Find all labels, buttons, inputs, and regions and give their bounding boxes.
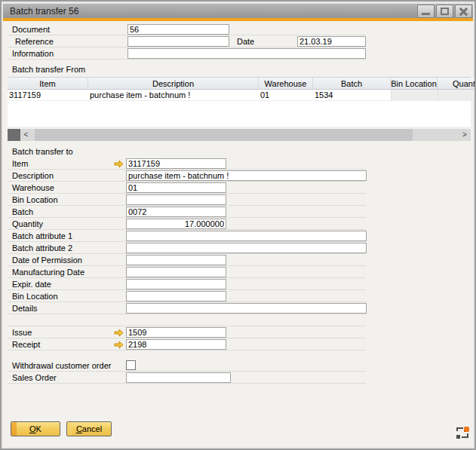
batch-from-table: Item Description Warehouse Batch Bin Loc…: [8, 77, 471, 127]
spacer-row: [8, 315, 366, 326]
ok-button[interactable]: OK: [11, 421, 60, 436]
description-field[interactable]: [126, 170, 367, 181]
bin-location-2-label: Bin Location: [12, 292, 58, 301]
cancel-button-label: Cancel: [76, 424, 102, 433]
content: Document Reference Date Information Batc…: [3, 21, 473, 447]
date-of-permission-row: Date of Permission: [8, 255, 366, 266]
cancel-button-stripe: [67, 422, 72, 436]
scroll-left-button[interactable]: <: [20, 129, 32, 141]
document-label: Document: [12, 25, 50, 34]
item-label: Item: [12, 159, 28, 168]
from-section-title: Batch transfer From: [12, 65, 85, 74]
col-header-item: Item: [8, 78, 88, 90]
quantity-row: Quantity: [8, 219, 366, 230]
col-header-warehouse: Warehouse: [259, 78, 313, 90]
cell-batch[interactable]: 1534: [313, 90, 391, 101]
withdrawal-label: Withdrawal customer order: [12, 361, 111, 370]
bin-location-row: Bin Location: [8, 194, 366, 206]
titlebar[interactable]: Batch transfer 56: [3, 4, 473, 18]
batch-attribute-1-field[interactable]: [126, 231, 367, 241]
maximize-button[interactable]: [436, 5, 453, 18]
scrollbar-corner: [8, 129, 20, 141]
window-title: Batch transfer 56: [10, 6, 78, 17]
close-button[interactable]: [455, 5, 472, 18]
date-label: Date: [237, 37, 254, 46]
warehouse-field[interactable]: [126, 182, 226, 193]
scroll-right-button[interactable]: >: [459, 129, 471, 141]
cancel-button[interactable]: Cancel: [66, 421, 112, 436]
horizontal-scrollbar: < >: [8, 129, 471, 141]
receipt-field[interactable]: [126, 339, 226, 350]
minimize-icon: [422, 13, 430, 15]
date-of-permission-label: Date of Permission: [12, 256, 82, 265]
cell-item[interactable]: 3117159: [8, 90, 88, 101]
receipt-row: Receipt: [8, 339, 366, 351]
batch-attribute-2-field[interactable]: [126, 243, 367, 253]
date-of-permission-field[interactable]: [126, 255, 226, 265]
batch-attribute-1-row: Batch attribute 1: [8, 231, 366, 242]
item-field[interactable]: [126, 158, 226, 169]
manufacturing-date-field[interactable]: [126, 267, 226, 277]
withdrawal-row: Withdrawal customer order: [8, 360, 366, 372]
manufacturing-date-row: Manufacturing Date: [8, 267, 366, 278]
batch-label: Batch: [12, 207, 33, 216]
col-header-quantity: Quantity: [438, 78, 476, 90]
minimize-button[interactable]: [417, 5, 435, 18]
col-header-bin-location: Bin Location: [391, 78, 438, 90]
cell-quantity[interactable]: [438, 90, 476, 101]
information-row: Information: [8, 48, 366, 60]
withdrawal-checkbox[interactable]: [126, 360, 136, 370]
batch-attribute-2-row: Batch attribute 2: [8, 243, 366, 254]
reference-row: Reference Date: [8, 36, 366, 47]
cell-warehouse[interactable]: 01: [259, 90, 313, 101]
details-label: Details: [12, 304, 38, 313]
quantity-label: Quantity: [12, 219, 43, 228]
sales-order-field[interactable]: [126, 372, 231, 383]
description-label: Description: [12, 171, 54, 180]
link-arrow-icon[interactable]: [114, 160, 124, 168]
date-field[interactable]: [297, 36, 366, 47]
description-row: Description: [8, 170, 366, 182]
cell-description[interactable]: purchase item - batchnum !: [88, 90, 259, 101]
batch-row: Batch: [8, 207, 366, 218]
sales-order-row: Sales Order: [8, 372, 366, 384]
bin-location-2-row: Bin Location: [8, 291, 366, 302]
issue-field[interactable]: [126, 327, 226, 338]
sales-order-label: Sales Order: [12, 373, 57, 382]
to-section-title: Batch transfer to: [12, 147, 73, 156]
bin-location-field[interactable]: [126, 194, 226, 205]
reference-field[interactable]: [127, 36, 229, 47]
receipt-label: Receipt: [12, 340, 40, 349]
ok-button-stripe: [11, 422, 17, 436]
col-header-description: Description: [88, 78, 259, 90]
quantity-field[interactable]: [126, 219, 226, 229]
link-arrow-icon[interactable]: [114, 341, 124, 349]
window: Batch transfer 56 Document Reference Dat…: [0, 0, 476, 450]
bin-location-label: Bin Location: [12, 195, 58, 204]
information-field[interactable]: [127, 48, 366, 59]
manufacturing-date-label: Manufacturing Date: [12, 268, 84, 277]
information-label: Information: [12, 49, 54, 58]
item-row: Item: [8, 158, 366, 170]
bin-location-2-field[interactable]: [126, 291, 226, 302]
expiry-date-label: Expir. date: [12, 280, 51, 289]
document-row: Document: [8, 24, 366, 35]
scrollbar-thumb[interactable]: [35, 129, 413, 141]
expiry-date-field[interactable]: [126, 279, 226, 289]
warehouse-label: Warehouse: [12, 183, 54, 192]
link-arrow-icon[interactable]: [114, 329, 124, 337]
expiry-date-row: Expir. date: [8, 279, 366, 290]
cell-bin-location[interactable]: [391, 90, 438, 101]
reference-label: Reference: [15, 37, 54, 46]
col-header-batch: Batch: [313, 78, 391, 90]
scrollbar-track[interactable]: [32, 129, 459, 141]
batch-attribute-2-label: Batch attribute 2: [12, 243, 72, 253]
issue-label: Issue: [12, 328, 32, 337]
maximize-icon: [441, 8, 449, 15]
batch-attribute-1-label: Batch attribute 1: [12, 231, 72, 240]
details-field[interactable]: [126, 303, 367, 314]
document-field[interactable]: [127, 24, 229, 35]
resize-grip-icon[interactable]: [454, 424, 470, 440]
ok-button-label: OK: [29, 424, 41, 433]
batch-field[interactable]: [126, 207, 226, 217]
